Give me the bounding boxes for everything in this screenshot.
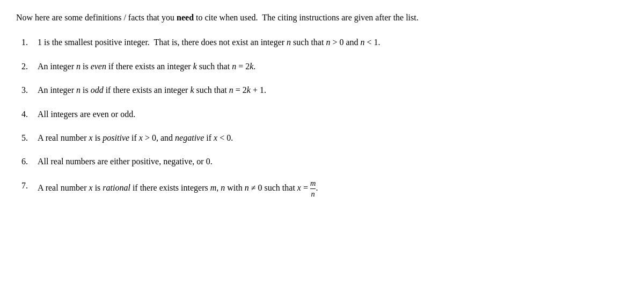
list-item: 4. All integers are even or odd. [16,107,628,121]
list-item: 2. An integer n is even if there exists … [16,60,628,74]
list-item: 1. 1 is the smallest positive integer. T… [16,35,628,49]
item-number: 5. [16,131,38,145]
item-content: An integer n is even if there exists an … [38,60,628,74]
definitions-list: 1. 1 is the smallest positive integer. T… [16,35,628,199]
list-item: 5. A real number x is positive if x > 0,… [16,131,628,145]
item-content: A real number x is rational if there exi… [38,179,628,199]
item-content: 1 is the smallest positive integer. That… [38,35,628,49]
intro-paragraph: Now here are some definitions / facts th… [16,11,628,25]
bold-need: need [177,13,194,22]
item-number: 1. [16,35,38,49]
item-number: 2. [16,60,38,74]
item-content: All real numbers are either positive, ne… [38,155,628,169]
item-number: 6. [16,155,38,169]
item-content: A real number x is positive if x > 0, an… [38,131,628,145]
item-number: 4. [16,107,38,121]
item-number: 7. [16,179,38,193]
item-number: 3. [16,83,38,97]
list-item: 6. All real numbers are either positive,… [16,155,628,169]
item-content: All integers are even or odd. [38,107,628,121]
item-content: An integer n is odd if there exists an i… [38,83,628,97]
fraction-m-over-n: mn [310,179,316,199]
list-item: 7. A real number x is rational if there … [16,179,628,199]
list-item: 3. An integer n is odd if there exists a… [16,83,628,97]
